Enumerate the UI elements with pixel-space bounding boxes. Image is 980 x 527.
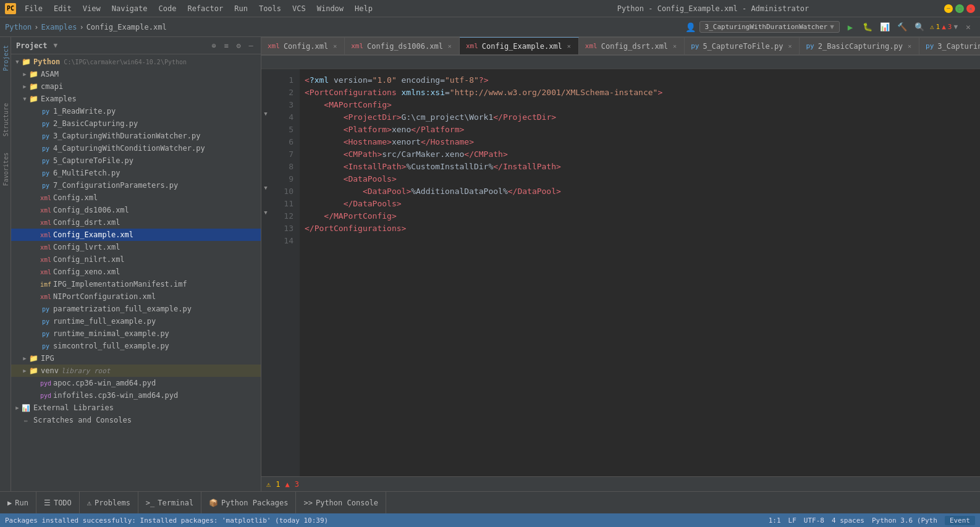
tab-config-example[interactable]: xml Config_Example.xml ✕ — [460, 37, 579, 54]
tree-folder-cmapi[interactable]: ▶ 📁 cmapi — [11, 80, 261, 93]
minimize-button[interactable]: ─ — [944, 4, 953, 13]
console-tab-icon: >> — [303, 499, 312, 507]
run-tab-label: Run — [15, 499, 28, 507]
tab-python-packages[interactable]: 📦 Python Packages — [201, 492, 296, 514]
collapse-all-button[interactable]: ≡ — [221, 41, 231, 51]
build-button[interactable]: 🔨 — [895, 20, 909, 34]
structure-icon[interactable]: Structure — [1, 101, 11, 138]
menu-code[interactable]: Code — [154, 3, 182, 14]
tree-scratches-consoles[interactable]: ✏ Scratches and Consoles — [11, 414, 261, 426]
tree-file-config-example[interactable]: xml Config_Example.xml — [11, 229, 261, 241]
menu-refactor[interactable]: Refactor — [182, 3, 228, 14]
tree-file-config-dsrt[interactable]: xml Config_dsrt.xml — [11, 216, 261, 229]
tree-file-ipg-manifest[interactable]: imf IPG_ImplementationManifest.imf — [11, 278, 261, 290]
tab-run[interactable]: ▶ Run — [0, 492, 36, 514]
menu-navigate[interactable]: Navigate — [107, 3, 153, 14]
tab-label-config: Config.xml — [284, 42, 328, 51]
tree-file-config-ds1006[interactable]: xml Config_ds1006.xml — [11, 204, 261, 216]
tab-icon-3capturing: py — [926, 42, 934, 50]
menu-file[interactable]: File — [20, 3, 48, 14]
tree-file-5capture[interactable]: py 5_CaptureToFile.py — [11, 154, 261, 167]
tab-close-example[interactable]: ✕ — [566, 43, 572, 49]
tab-config-dsrt[interactable]: xml Config_dsrt.xml ✕ — [579, 37, 685, 54]
tab-close-ds1006[interactable]: ✕ — [447, 43, 453, 49]
tab-config-xml[interactable]: xml Config.xml ✕ — [261, 37, 345, 54]
tab-terminal[interactable]: >_ Terminal — [138, 492, 201, 514]
menu-edit[interactable]: Edit — [49, 3, 77, 14]
tree-file-2basiccapturing[interactable]: py 2_BasicCapturing.py — [11, 117, 261, 130]
app-icon: PC — [5, 3, 16, 14]
tree-file-4capturing[interactable]: py 4_CapturingWithConditionWatcher.py — [11, 142, 261, 154]
console-tab-label: Python Console — [316, 499, 378, 507]
tree-file-1readwrite[interactable]: py 1_ReadWrite.py — [11, 105, 261, 117]
tree-file-7config[interactable]: py 7_ConfigurationParameters.py — [11, 179, 261, 192]
tab-close-dsrt[interactable]: ✕ — [672, 43, 678, 49]
error-arrow-icon: ▲ — [285, 480, 289, 489]
menu-view[interactable]: View — [78, 3, 106, 14]
run-config-dropdown[interactable]: 3_CapturingWithDurationWatcher ▼ — [699, 21, 840, 33]
tree-file-runtime-min[interactable]: py runtime_minimal_example.py — [11, 327, 261, 340]
tree-external-libraries[interactable]: ▶ 📊 External Libraries — [11, 402, 261, 414]
tree-root-python[interactable]: ▼ 📁 Python C:\IPG\carmaker\win64-10.2\Py… — [11, 56, 261, 68]
tree-file-config-lvrt[interactable]: xml Config_lvrt.xml — [11, 241, 261, 253]
status-left: Packages installed successfully: Install… — [5, 516, 328, 525]
close-button[interactable]: ✕ — [966, 4, 975, 13]
tree-file-config-nilrt[interactable]: xml Config_nilrt.xml — [11, 253, 261, 266]
line-separator: LF — [788, 516, 796, 525]
tab-close-2basic[interactable]: ✕ — [906, 43, 913, 49]
breadcrumb-file[interactable]: Config_Example.xml — [87, 23, 167, 32]
tree-file-simcontrol[interactable]: py simcontrol_full_example.py — [11, 340, 261, 352]
tree-file-config-xeno[interactable]: xml Config_xeno.xml — [11, 266, 261, 278]
tree-file-3capturing[interactable]: py 3_CapturingWithDurationWatcher.py — [11, 130, 261, 142]
tab-icon-5capture: py — [691, 42, 699, 50]
run-button[interactable]: ▶ — [843, 20, 857, 34]
tree-folder-ipg[interactable]: ▶ 📁 IPG — [11, 352, 261, 365]
project-panel-header: Project ▼ ⊕ ≡ ⚙ – — [11, 37, 261, 54]
tab-5capture[interactable]: py 5_CaptureToFile.py ✕ — [685, 37, 800, 54]
tree-file-apoc[interactable]: pyd apoc.cp36-win_amd64.pyd — [11, 377, 261, 389]
packages-tab-label: Python Packages — [221, 499, 288, 507]
tab-close-config[interactable]: ✕ — [332, 43, 338, 49]
breadcrumb-python[interactable]: Python — [5, 23, 32, 32]
tab-2basic[interactable]: py 2_BasicCapturing.py ✕ — [800, 37, 919, 54]
tab-close-5capture[interactable]: ✕ — [787, 43, 793, 49]
tree-file-param-full[interactable]: py parametrization_full_example.py — [11, 303, 261, 315]
menu-help[interactable]: Help — [350, 3, 378, 14]
tree-file-niport[interactable]: xml NIPortConfiguration.xml — [11, 290, 261, 303]
tree-folder-venv[interactable]: ▶ 📁 venv library root — [11, 365, 261, 377]
tree-file-runtime-full[interactable]: py runtime_full_example.py — [11, 315, 261, 327]
favorites-icon[interactable]: Favorites — [1, 151, 11, 188]
close-editor-button[interactable]: ✕ — [961, 20, 975, 34]
tab-3capturing[interactable]: py 3_CapturingWithDurationWatcher.p ✕ — [919, 37, 980, 54]
menu-window[interactable]: Window — [312, 3, 348, 14]
gear-icon[interactable]: ⚙ — [234, 41, 243, 51]
search-button[interactable]: 🔍 — [913, 20, 926, 34]
menu-vcs[interactable]: VCS — [287, 3, 311, 14]
tab-python-console[interactable]: >> Python Console — [296, 492, 386, 514]
tree-file-infofiles[interactable]: pyd infofiles.cp36-win_amd64.pyd — [11, 389, 261, 402]
event-button[interactable]: Event — [945, 516, 975, 525]
tree-file-config[interactable]: xml Config.xml — [11, 192, 261, 204]
tab-config-ds1006[interactable]: xml Config_ds1006.xml ✕ — [345, 37, 460, 54]
code-line-2: <PortConfigurations xmlns:xsi="http://ww… — [305, 86, 980, 99]
project-panel-title: Project — [16, 41, 48, 50]
code-editor[interactable]: <?xml version="1.0" encoding="utf-8"?> <… — [300, 69, 980, 476]
tab-todo[interactable]: ☰ TODO — [36, 492, 80, 514]
tree-folder-asam[interactable]: ▶ 📁 ASAM — [11, 68, 261, 80]
tab-problems[interactable]: ⚠ Problems — [80, 492, 138, 514]
debug-button[interactable]: 🐛 — [861, 20, 874, 34]
run-config-label: 3_CapturingWithDurationWatcher — [705, 23, 828, 31]
project-icon[interactable]: Project — [1, 40, 11, 77]
venv-library-label: library root — [61, 367, 110, 375]
menu-run[interactable]: Run — [229, 3, 253, 14]
menu-tools[interactable]: Tools — [254, 3, 286, 14]
coverage-button[interactable]: 📊 — [878, 20, 892, 34]
tab-label-ds1006: Config_ds1006.xml — [367, 42, 443, 51]
terminal-tab-label: Terminal — [158, 499, 193, 507]
tree-folder-examples[interactable]: ▼ 📁 Examples — [11, 93, 261, 105]
tree-file-6multifetch[interactable]: py 6_MultiFetch.py — [11, 167, 261, 179]
locate-file-button[interactable]: ⊕ — [209, 41, 219, 51]
breadcrumb-examples[interactable]: Examples — [41, 23, 77, 32]
settings-icon[interactable]: – — [246, 41, 256, 51]
maximize-button[interactable]: □ — [955, 4, 964, 13]
